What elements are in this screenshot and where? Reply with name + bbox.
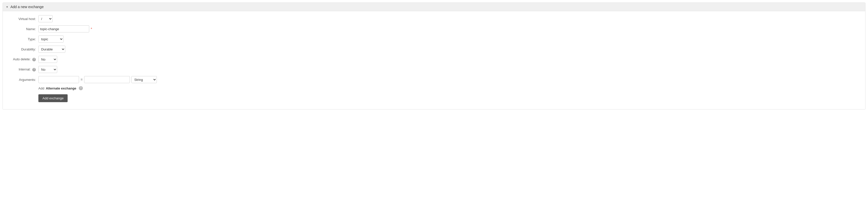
arguments-row: Arguments: = String Number Boolean: [8, 76, 860, 83]
alternate-exchange-label: Alternate exchange: [46, 86, 76, 90]
virtual-host-label: Virtual host:: [8, 17, 38, 21]
durability-label: Durability:: [8, 47, 38, 51]
auto-delete-row: Auto delete: ? No Yes: [8, 56, 860, 63]
arguments-value-input[interactable]: [84, 76, 130, 83]
collapse-icon[interactable]: ▼: [6, 6, 8, 8]
name-row: Name: *: [8, 25, 860, 33]
add-exchange-row: Add exchange: [8, 93, 860, 102]
internal-help-icon[interactable]: ?: [32, 68, 36, 72]
auto-delete-help-icon[interactable]: ?: [32, 58, 36, 61]
alternate-exchange-row: Add Alternate exchange ?: [38, 86, 860, 90]
durability-row: Durability: Durable Transient: [8, 46, 860, 53]
arguments-type-select[interactable]: String Number Boolean: [131, 76, 157, 83]
auto-delete-label: Auto delete: ?: [8, 57, 38, 61]
virtual-host-row: Virtual host: /: [8, 15, 860, 22]
durability-select[interactable]: Durable Transient: [38, 46, 65, 53]
alternate-exchange-help-icon[interactable]: ?: [79, 86, 83, 90]
internal-label: Internal: ?: [8, 68, 38, 72]
type-select[interactable]: topic direct fanout headers: [38, 36, 64, 43]
add-link[interactable]: Add: [38, 86, 44, 90]
panel-body: Virtual host: / Name: * Type: topic dire…: [3, 11, 865, 109]
required-star: *: [91, 27, 92, 31]
arguments-label: Arguments:: [8, 78, 38, 82]
name-input[interactable]: [38, 25, 89, 33]
type-label: Type:: [8, 37, 38, 41]
type-row: Type: topic direct fanout headers: [8, 36, 860, 43]
arguments-inputs: = String Number Boolean: [38, 76, 157, 83]
virtual-host-select[interactable]: /: [38, 15, 53, 22]
add-exchange-button[interactable]: Add exchange: [38, 94, 68, 102]
auto-delete-select[interactable]: No Yes: [38, 56, 57, 63]
arguments-key-input[interactable]: [38, 76, 79, 83]
panel-title: Add a new exchange: [10, 5, 44, 9]
name-label: Name:: [8, 27, 38, 31]
panel-header: ▼ Add a new exchange: [3, 3, 865, 11]
internal-select[interactable]: No Yes: [38, 66, 57, 73]
add-exchange-panel: ▼ Add a new exchange Virtual host: / Nam…: [3, 3, 865, 110]
equals-sign: =: [81, 78, 83, 82]
internal-row: Internal: ? No Yes: [8, 66, 860, 73]
